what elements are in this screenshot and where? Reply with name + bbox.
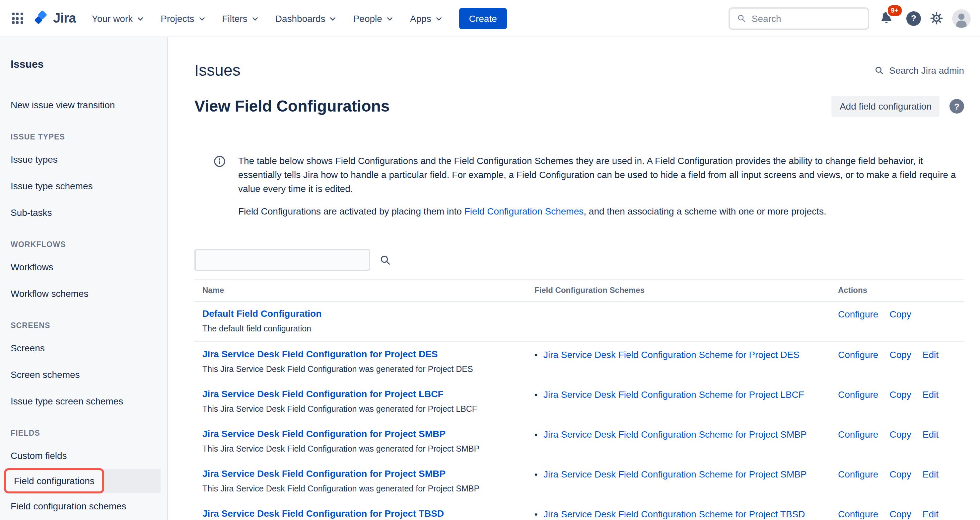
configure-link[interactable]: Configure — [838, 428, 878, 441]
edit-link[interactable]: Edit — [923, 508, 939, 520]
nav-item-dashboards[interactable]: Dashboards — [267, 8, 345, 29]
filter-search-icon[interactable] — [379, 254, 391, 266]
sidebar-item-field-configuration-schemes[interactable]: Field configuration schemes — [5, 493, 161, 519]
field-configurations-table: Name Field Configuration Schemes Actions… — [194, 279, 964, 520]
nav-item-label: Filters — [222, 13, 247, 24]
avatar-icon — [952, 9, 971, 27]
nav-item-filters[interactable]: Filters — [214, 8, 267, 29]
nav-item-projects[interactable]: Projects — [153, 8, 214, 29]
sidebar-section-heading-workflows: WORKFLOWS — [5, 226, 161, 254]
sidebar-item-screens[interactable]: Screens — [5, 335, 161, 361]
table-row: Jira Service Desk Field Configuration fo… — [194, 461, 964, 501]
logo-wordmark: Jira — [53, 11, 76, 26]
scheme-list: •Jira Service Desk Field Configuration S… — [535, 428, 830, 454]
sidebar-item-label: Field configurations — [14, 474, 95, 488]
bullet-icon: • — [535, 350, 538, 360]
sidebar-item-issue-type-schemes[interactable]: Issue type schemes — [5, 173, 161, 199]
copy-link[interactable]: Copy — [889, 349, 911, 361]
scheme-list: •Jira Service Desk Field Configuration S… — [535, 507, 830, 520]
field-configuration-description: The default field configuration — [202, 324, 527, 334]
configure-link[interactable]: Configure — [838, 308, 878, 321]
field-configuration-description: This Jira Service Desk Field Configurati… — [202, 443, 527, 454]
admin-sidebar: Issues New issue view transition ISSUE T… — [0, 37, 168, 520]
sidebar-item-field-configurations[interactable]: Field configurations — [5, 469, 161, 493]
table-row: Jira Service Desk Field Configuration fo… — [194, 342, 964, 382]
global-search-input[interactable] — [752, 13, 861, 24]
notifications-button[interactable]: 9+ — [878, 9, 898, 27]
sidebar-item-issue-type-screen-schemes[interactable]: Issue type screen schemes — [5, 388, 161, 415]
sidebar-item-screen-schemes[interactable]: Screen schemes — [5, 361, 161, 388]
configure-link[interactable]: Configure — [838, 389, 878, 401]
scheme-link[interactable]: Jira Service Desk Field Configuration Sc… — [543, 349, 800, 361]
configure-link[interactable]: Configure — [838, 349, 878, 361]
edit-link[interactable]: Edit — [923, 468, 939, 481]
field-configuration-link[interactable]: Default Field Configuration — [202, 308, 321, 319]
chevron-down-icon — [434, 14, 443, 23]
global-search[interactable] — [729, 7, 869, 30]
edit-link[interactable]: Edit — [923, 389, 939, 401]
nav-item-label: Dashboards — [275, 13, 325, 24]
help-circle-icon[interactable]: ? — [950, 99, 964, 113]
configure-link[interactable]: Configure — [838, 468, 878, 481]
sidebar-item-custom-fields[interactable]: Custom fields — [5, 442, 161, 469]
scheme-link[interactable]: Jira Service Desk Field Configuration Sc… — [543, 428, 807, 441]
nav-item-people[interactable]: People — [345, 8, 402, 29]
sidebar-section-heading-issue-types: ISSUE TYPES — [5, 118, 161, 146]
sidebar-section-heading-screens: SCREENS — [5, 307, 161, 335]
selection-highlight-annotation: Field configurations — [4, 468, 105, 493]
main-content: Issues Search Jira admin View Field Conf… — [168, 37, 980, 520]
scheme-link[interactable]: Jira Service Desk Field Configuration Sc… — [543, 389, 804, 401]
scheme-link[interactable]: Jira Service Desk Field Configuration Sc… — [543, 468, 807, 481]
copy-link[interactable]: Copy — [889, 389, 911, 401]
nav-item-label: Apps — [410, 13, 431, 24]
field-configuration-link[interactable]: Jira Service Desk Field Configuration fo… — [202, 349, 438, 359]
scheme-list: •Jira Service Desk Field Configuration S… — [535, 388, 830, 415]
help-button[interactable]: ? — [906, 11, 921, 26]
chevron-down-icon — [251, 14, 259, 23]
field-configuration-link[interactable]: Jira Service Desk Field Configuration fo… — [202, 428, 445, 439]
configure-link[interactable]: Configure — [838, 508, 878, 520]
edit-link[interactable]: Edit — [923, 349, 939, 361]
avatar[interactable] — [952, 9, 971, 27]
table-row: Jira Service Desk Field Configuration fo… — [194, 422, 964, 461]
row-actions: ConfigureCopyEdit — [838, 428, 956, 454]
nav-item-label: People — [353, 13, 382, 24]
nav-item-label: Projects — [161, 13, 194, 24]
column-header-schemes: Field Configuration Schemes — [535, 286, 830, 295]
settings-button[interactable] — [929, 11, 943, 25]
sidebar-item-sub-tasks[interactable]: Sub-tasks — [5, 199, 161, 226]
edit-link[interactable]: Edit — [923, 428, 939, 441]
nav-item-apps[interactable]: Apps — [402, 8, 451, 29]
bullet-icon: • — [535, 509, 538, 519]
sidebar-item-issue-types[interactable]: Issue types — [5, 146, 161, 173]
app-grid-icon — [12, 13, 23, 24]
field-configuration-schemes-link[interactable]: Field Configuration Schemes — [465, 206, 584, 217]
sidebar-item-workflows[interactable]: Workflows — [5, 254, 161, 280]
copy-link[interactable]: Copy — [889, 468, 911, 481]
field-configuration-link[interactable]: Jira Service Desk Field Configuration fo… — [202, 389, 444, 399]
copy-link[interactable]: Copy — [889, 308, 911, 321]
bullet-icon: • — [535, 469, 538, 480]
row-actions: ConfigureCopyEdit — [838, 467, 956, 494]
add-field-configuration-button[interactable]: Add field configuration — [832, 96, 940, 117]
nav-item-your-work[interactable]: Your work — [84, 8, 153, 29]
search-jira-admin-link[interactable]: Search Jira admin — [874, 65, 964, 76]
table-row: Jira Service Desk Field Configuration fo… — [194, 501, 964, 520]
create-button[interactable]: Create — [459, 8, 507, 29]
column-header-name: Name — [202, 286, 527, 295]
sidebar-item-workflow-schemes[interactable]: Workflow schemes — [5, 280, 161, 307]
sidebar-section-heading-fields: FIELDS — [5, 415, 161, 442]
scheme-list: •Jira Service Desk Field Configuration S… — [535, 467, 830, 494]
nav-item-label: Your work — [92, 13, 133, 24]
sidebar-item-new-issue-view-transition[interactable]: New issue view transition — [5, 92, 161, 118]
app-switcher-button[interactable] — [6, 8, 28, 29]
filter-search-input[interactable] — [194, 249, 370, 271]
field-configuration-description: This Jira Service Desk Field Configurati… — [202, 404, 527, 415]
sidebar-title: Issues — [5, 53, 161, 70]
scheme-link[interactable]: Jira Service Desk Field Configuration Sc… — [543, 508, 805, 520]
field-configuration-link[interactable]: Jira Service Desk Field Configuration fo… — [202, 468, 445, 479]
copy-link[interactable]: Copy — [889, 508, 911, 520]
copy-link[interactable]: Copy — [889, 428, 911, 441]
jira-logo[interactable]: Jira — [29, 11, 83, 26]
field-configuration-link[interactable]: Jira Service Desk Field Configuration fo… — [202, 508, 444, 519]
